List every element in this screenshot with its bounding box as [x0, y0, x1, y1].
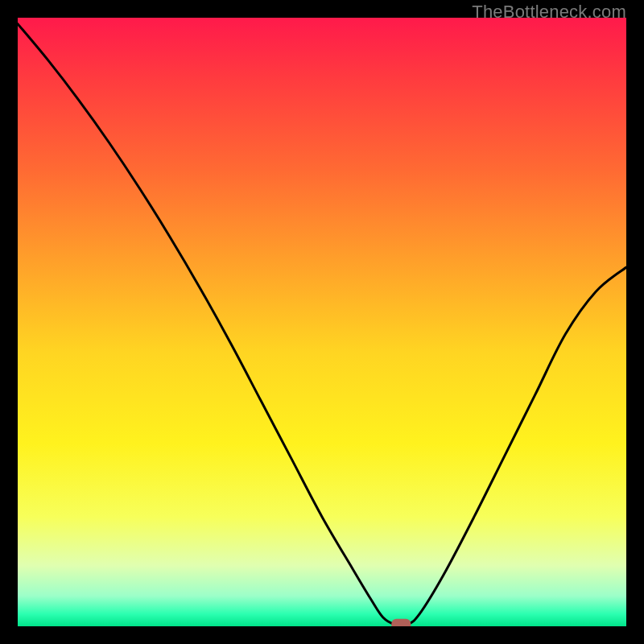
- optimal-marker: [391, 619, 411, 626]
- plot-area: [18, 18, 626, 626]
- gradient-background: [18, 18, 626, 626]
- bottleneck-chart: [18, 18, 626, 626]
- chart-frame: TheBottleneck.com: [0, 0, 644, 644]
- watermark-text: TheBottleneck.com: [472, 2, 626, 23]
